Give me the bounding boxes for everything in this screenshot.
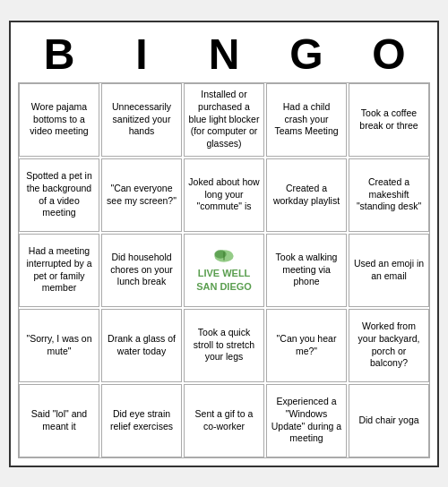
svg-point-1	[214, 251, 226, 259]
bingo-cell-19[interactable]: Worked from your backyard, porch or balc…	[349, 309, 429, 382]
cell-text-24: Did chair yoga	[358, 414, 418, 427]
bingo-cell-11[interactable]: Did household chores on your lunch break	[101, 234, 182, 307]
cell-text-9: Created a makeshift "standing desk"	[353, 176, 425, 213]
bingo-letter-g: G	[267, 30, 346, 79]
bingo-cell-23[interactable]: Experienced a "Windows Update" during a …	[266, 384, 347, 457]
bingo-cell-17[interactable]: Took a quick stroll to stretch your legs	[184, 309, 264, 382]
cell-text-22: Sent a gif to a co-worker	[188, 408, 260, 432]
bingo-cell-10[interactable]: Had a meeting interrupted by a pet or fa…	[19, 234, 99, 307]
cell-text-0: Wore pajama bottoms to a video meeting	[23, 101, 95, 138]
cell-text-23: Experienced a "Windows Update" during a …	[271, 396, 342, 445]
bingo-letter-n: N	[185, 30, 263, 79]
cell-text-10: Had a meeting interrupted by a pet or fa…	[23, 245, 95, 295]
cell-text-17: Took a quick stroll to stretch your legs	[188, 327, 260, 363]
cell-text-5: Spotted a pet in the background of a vid…	[23, 170, 95, 219]
cell-text-2: Installed or purchased a blue light bloc…	[188, 89, 260, 150]
cell-text-20: Said "lol" and meant it	[23, 408, 95, 432]
bingo-cell-2[interactable]: Installed or purchased a blue light bloc…	[184, 83, 264, 157]
bingo-cell-18[interactable]: "Can you hear me?"	[266, 309, 347, 382]
bingo-cell-13[interactable]: Took a walking meeting via phone	[266, 234, 347, 307]
cell-text-7: Joked about how long your "commute" is	[188, 176, 260, 213]
cell-text-8: Created a workday playlist	[271, 183, 342, 207]
cell-text-6: "Can everyone see my screen?"	[106, 183, 177, 207]
cell-text-19: Worked from your backyard, porch or balc…	[353, 320, 425, 370]
bingo-cell-20[interactable]: Said "lol" and meant it	[19, 384, 99, 457]
cell-text-21: Did eye strain relief exercises	[106, 408, 177, 432]
bingo-cell-24[interactable]: Did chair yoga	[349, 384, 429, 457]
bingo-cell-6[interactable]: "Can everyone see my screen?"	[101, 158, 182, 232]
bingo-cell-5[interactable]: Spotted a pet in the background of a vid…	[19, 158, 99, 232]
bingo-cell-8[interactable]: Created a workday playlist	[266, 158, 347, 232]
bingo-letter-b: B	[20, 30, 99, 79]
bingo-cell-12[interactable]: LIVE WELLSAN DIEGO	[184, 234, 264, 307]
bingo-cell-15[interactable]: "Sorry, I was on mute"	[19, 309, 99, 382]
cell-text-15: "Sorry, I was on mute"	[23, 333, 95, 357]
bingo-cell-14[interactable]: Used an emoji in an email	[349, 234, 429, 307]
bingo-card: BINGO Wore pajama bottoms to a video mee…	[9, 21, 439, 467]
bingo-cell-1[interactable]: Unnecessarily sanitized your hands	[101, 83, 182, 157]
bingo-cell-9[interactable]: Created a makeshift "standing desk"	[349, 158, 429, 232]
bingo-letter-o: O	[349, 30, 428, 79]
cell-text-16: Drank a glass of water today	[106, 333, 177, 357]
cell-text-3: Had a child crash your Teams Meeting	[271, 101, 342, 138]
bingo-grid: Wore pajama bottoms to a video meetingUn…	[18, 82, 430, 458]
bingo-cell-7[interactable]: Joked about how long your "commute" is	[184, 158, 264, 232]
cell-text-18: "Can you hear me?"	[271, 333, 342, 357]
bingo-letter-i: I	[102, 30, 181, 79]
bingo-cell-16[interactable]: Drank a glass of water today	[101, 309, 182, 382]
bingo-cell-3[interactable]: Had a child crash your Teams Meeting	[266, 83, 347, 157]
cell-text-11: Did household chores on your lunch break	[106, 252, 177, 288]
cell-text-1: Unnecessarily sanitized your hands	[106, 101, 177, 138]
free-space-logo: LIVE WELLSAN DIEGO	[196, 247, 252, 293]
bingo-cell-4[interactable]: Took a coffee break or three	[349, 83, 429, 157]
cell-text-13: Took a walking meeting via phone	[271, 252, 342, 288]
cell-text-4: Took a coffee break or three	[353, 107, 425, 132]
bingo-cell-21[interactable]: Did eye strain relief exercises	[101, 384, 182, 457]
cell-text-14: Used an emoji in an email	[353, 258, 425, 282]
bingo-cell-22[interactable]: Sent a gif to a co-worker	[184, 384, 264, 457]
bingo-header: BINGO	[18, 30, 430, 79]
bingo-cell-0[interactable]: Wore pajama bottoms to a video meeting	[19, 83, 99, 157]
